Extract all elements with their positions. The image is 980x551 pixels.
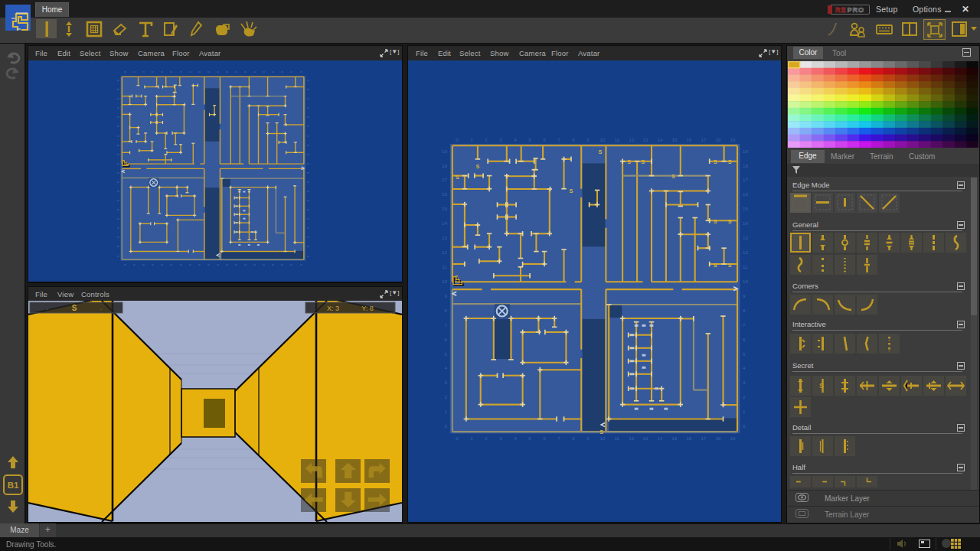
svg-text:8: 8 bbox=[743, 308, 746, 313]
svg-text:16: 16 bbox=[743, 191, 748, 197]
svg-text:11: 11 bbox=[615, 137, 620, 142]
svg-text:S: S bbox=[728, 262, 732, 269]
svg-text:Y: 8: Y: 8 bbox=[361, 305, 374, 312]
svg-text:6: 6 bbox=[743, 337, 746, 342]
svg-text:10: 10 bbox=[600, 435, 606, 441]
svg-text:12: 12 bbox=[743, 249, 748, 255]
svg-text:9: 9 bbox=[586, 137, 590, 142]
svg-text:16: 16 bbox=[687, 435, 692, 441]
svg-text:1: 1 bbox=[445, 409, 448, 414]
svg-text:6: 6 bbox=[445, 337, 448, 342]
svg-text:13: 13 bbox=[743, 235, 748, 240]
svg-text:S: S bbox=[728, 158, 732, 165]
svg-text:7: 7 bbox=[445, 322, 448, 328]
svg-text:S: S bbox=[72, 304, 77, 312]
svg-text:13: 13 bbox=[643, 137, 648, 142]
svg-text:10: 10 bbox=[442, 279, 447, 284]
svg-text:S: S bbox=[671, 173, 675, 180]
svg-text:S: S bbox=[728, 218, 732, 225]
svg-text:19: 19 bbox=[730, 435, 736, 441]
svg-text:7: 7 bbox=[743, 322, 746, 328]
svg-text:11: 11 bbox=[443, 264, 448, 269]
svg-text:0: 0 bbox=[456, 137, 459, 142]
svg-text:0: 0 bbox=[743, 423, 746, 429]
svg-text:17: 17 bbox=[442, 177, 447, 182]
svg-text:S: S bbox=[627, 158, 631, 165]
svg-text:15: 15 bbox=[672, 435, 678, 441]
svg-text:S: S bbox=[819, 382, 824, 390]
svg-text:15: 15 bbox=[672, 137, 678, 142]
svg-text:7: 7 bbox=[557, 137, 560, 142]
svg-text:2: 2 bbox=[743, 394, 746, 399]
svg-text:S: S bbox=[714, 262, 717, 269]
svg-text:S: S bbox=[476, 163, 480, 170]
svg-text:18: 18 bbox=[716, 435, 721, 441]
svg-text:14: 14 bbox=[658, 435, 663, 441]
svg-text:0: 0 bbox=[456, 435, 459, 441]
svg-text:5: 5 bbox=[445, 351, 448, 357]
svg-text:15: 15 bbox=[442, 206, 447, 211]
svg-text:S: S bbox=[456, 174, 459, 181]
svg-text:12: 12 bbox=[629, 137, 635, 142]
svg-text:19: 19 bbox=[730, 137, 736, 142]
svg-text:13: 13 bbox=[643, 435, 648, 441]
svg-text:S: S bbox=[599, 429, 603, 435]
svg-text:1: 1 bbox=[470, 435, 473, 441]
svg-text:12: 12 bbox=[629, 435, 635, 441]
svg-text:14: 14 bbox=[658, 137, 663, 142]
svg-text:S: S bbox=[714, 158, 717, 165]
svg-text:11: 11 bbox=[743, 264, 748, 269]
svg-text:18: 18 bbox=[716, 137, 721, 142]
svg-text:S: S bbox=[641, 158, 645, 165]
svg-text:19: 19 bbox=[743, 148, 748, 154]
svg-text:4: 4 bbox=[514, 137, 517, 142]
svg-text:18: 18 bbox=[743, 163, 748, 168]
svg-text:5: 5 bbox=[743, 351, 746, 357]
svg-text:2: 2 bbox=[485, 435, 488, 441]
svg-text:15: 15 bbox=[743, 206, 748, 211]
svg-text:1: 1 bbox=[470, 137, 473, 142]
svg-text:9: 9 bbox=[743, 293, 746, 298]
svg-text:5: 5 bbox=[528, 137, 531, 142]
svg-text:S: S bbox=[570, 187, 573, 194]
svg-text:5: 5 bbox=[528, 435, 531, 441]
svg-text:0: 0 bbox=[445, 423, 448, 429]
svg-text:7: 7 bbox=[557, 435, 560, 441]
svg-text:17: 17 bbox=[743, 177, 748, 182]
svg-text:14: 14 bbox=[743, 220, 748, 226]
svg-text:17: 17 bbox=[701, 435, 707, 441]
svg-text:9: 9 bbox=[586, 435, 590, 441]
svg-text:18: 18 bbox=[442, 163, 447, 168]
svg-text:4: 4 bbox=[514, 435, 517, 441]
svg-text:14: 14 bbox=[442, 220, 447, 226]
svg-text:3: 3 bbox=[499, 137, 502, 142]
svg-text:2: 2 bbox=[485, 137, 488, 142]
svg-text:6: 6 bbox=[543, 137, 546, 142]
svg-text:9: 9 bbox=[445, 293, 448, 298]
svg-text:16: 16 bbox=[442, 191, 447, 197]
svg-text:16: 16 bbox=[687, 137, 692, 142]
svg-text:8: 8 bbox=[445, 308, 448, 313]
svg-text:.: . bbox=[100, 305, 102, 311]
svg-text:X: 3: X: 3 bbox=[327, 305, 339, 312]
svg-text:S: S bbox=[714, 218, 717, 225]
svg-text:8: 8 bbox=[572, 137, 575, 142]
svg-text:4: 4 bbox=[743, 365, 746, 370]
svg-text:2: 2 bbox=[445, 394, 448, 399]
svg-text:1: 1 bbox=[743, 409, 746, 414]
svg-text:3: 3 bbox=[499, 435, 502, 441]
svg-text:3: 3 bbox=[445, 380, 448, 385]
svg-text:6: 6 bbox=[543, 435, 546, 441]
svg-text:17: 17 bbox=[701, 137, 707, 142]
svg-text:10: 10 bbox=[600, 137, 606, 142]
svg-text:12: 12 bbox=[442, 249, 447, 255]
svg-text:8: 8 bbox=[572, 435, 575, 441]
svg-text:3: 3 bbox=[743, 380, 746, 385]
svg-text:4: 4 bbox=[445, 365, 448, 370]
svg-text:13: 13 bbox=[442, 235, 447, 240]
svg-text:10: 10 bbox=[743, 279, 748, 284]
svg-text:.: . bbox=[47, 305, 48, 311]
svg-text:19: 19 bbox=[442, 148, 447, 154]
svg-text:11: 11 bbox=[615, 435, 620, 441]
svg-text:S: S bbox=[598, 148, 602, 155]
